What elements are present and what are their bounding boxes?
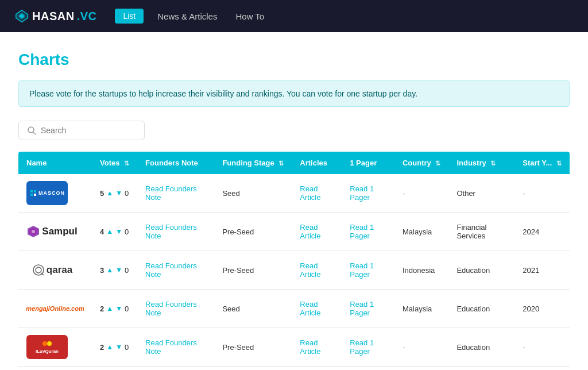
header: HASAN.VC List News & Articles How To (0, 0, 588, 32)
cell-name-3: mengajiOnline.com (18, 290, 92, 328)
search-icon (27, 126, 36, 135)
one-pager-link-0[interactable]: Read 1 Pager (350, 184, 374, 202)
vote-zero-3: 0 (125, 305, 129, 313)
cell-articles-3: Read Article (292, 290, 342, 328)
col-start-year[interactable]: Start Y... ⇅ (514, 152, 570, 174)
vote-count-2: 3 (100, 266, 104, 275)
cell-funding-0: Seed (214, 174, 292, 213)
col-country-label: Country (403, 159, 431, 167)
cell-votes-4: 2 ▲ ▼ 0 (92, 328, 137, 367)
svg-rect-9 (34, 194, 36, 196)
vote-down-2[interactable]: ▼ (115, 266, 122, 274)
cell-name-0: MASCON (18, 174, 92, 213)
svg-rect-6 (30, 190, 33, 192)
founders-note-link-0[interactable]: Read Founders Note (145, 184, 197, 202)
article-link-3[interactable]: Read Article (300, 300, 320, 317)
col-votes-label: Votes (100, 159, 119, 167)
vote-down-3[interactable]: ▼ (115, 305, 122, 313)
logo: HASAN.VC (14, 8, 96, 24)
article-link-4[interactable]: Read Article (300, 338, 320, 356)
article-link-1[interactable]: Read Article (300, 223, 320, 240)
vote-zero-2: 0 (125, 266, 129, 275)
cell-industry-4: Education (448, 328, 514, 367)
col-country[interactable]: Country ⇅ (394, 152, 448, 174)
col-industry[interactable]: Industry ⇅ (448, 152, 514, 174)
cell-industry-1: Financial Services (448, 213, 514, 251)
votes-sort-icon: ⇅ (124, 160, 129, 167)
vote-up-3[interactable]: ▲ (106, 305, 113, 313)
vote-banner: Please vote for the startups to help inc… (18, 80, 570, 107)
cell-votes-3: 2 ▲ ▼ 0 (92, 290, 137, 328)
nav-list-button[interactable]: List (115, 9, 144, 24)
table-row: MASCON 5 ▲ ▼ 0 Read Founders Note Seed R… (18, 174, 570, 213)
cell-start-year-2: 2021 (514, 251, 570, 290)
founders-note-link-4[interactable]: Read Founders Note (145, 338, 197, 356)
svg-line-5 (33, 132, 36, 134)
col-votes[interactable]: Votes ⇅ (92, 152, 137, 174)
vote-up-2[interactable]: ▲ (106, 266, 113, 274)
cell-founders-note-0: Read Founders Note (137, 174, 214, 213)
cell-industry-5: Healthcare (448, 367, 514, 371)
search-container (18, 121, 145, 140)
cell-country-3: Malaysia (394, 290, 448, 328)
logo-vc-text: .VC (77, 10, 97, 23)
cell-founders-note-1: Read Founders Note (137, 213, 214, 251)
cell-one-pager-5: Read 1 Pager (342, 367, 394, 371)
vote-zero-1: 0 (125, 228, 129, 236)
founders-note-link-2[interactable]: Read Founders Note (145, 261, 197, 279)
vote-down-0[interactable]: ▼ (115, 189, 122, 197)
vote-zero-4: 0 (125, 343, 129, 352)
one-pager-link-4[interactable]: Read 1 Pager (350, 338, 374, 356)
nav-news-link[interactable]: News & Articles (153, 11, 222, 21)
cell-country-1: Malaysia (394, 213, 448, 251)
startups-table-container: Name Votes ⇅ Founders Note Funding Stage… (18, 152, 570, 370)
founders-note-link-1[interactable]: Read Founders Note (145, 223, 197, 240)
cell-start-year-1: 2024 (514, 213, 570, 251)
start-year-sort-icon: ⇅ (556, 160, 562, 167)
svg-rect-7 (34, 190, 36, 192)
page-title: Charts (18, 51, 570, 69)
cell-articles-5: Read Article (292, 367, 342, 371)
logo-hasan-text: HASAN (32, 10, 75, 23)
cell-start-year-0: - (514, 174, 570, 213)
col-funding-label: Funding Stage (222, 159, 274, 167)
cell-name-2: qaraa (18, 251, 92, 290)
cell-start-year-4: - (514, 328, 570, 367)
cell-founders-note-2: Read Founders Note (137, 251, 214, 290)
cell-funding-1: Pre-Seed (214, 213, 292, 251)
vote-count-3: 2 (100, 305, 104, 313)
cell-funding-3: Seed (214, 290, 292, 328)
cell-founders-note-3: Read Founders Note (137, 290, 214, 328)
col-one-pager: 1 Pager (342, 152, 394, 174)
one-pager-link-3[interactable]: Read 1 Pager (350, 300, 374, 317)
article-link-0[interactable]: Read Article (300, 184, 320, 202)
cell-votes-2: 3 ▲ ▼ 0 (92, 251, 137, 290)
cell-country-0: - (394, 174, 448, 213)
cell-founders-note-4: Read Founders Note (137, 328, 214, 367)
vote-down-4[interactable]: ▼ (115, 343, 122, 351)
nav-howto-link[interactable]: How To (231, 11, 269, 21)
vote-zero-0: 0 (125, 189, 129, 198)
vote-up-0[interactable]: ▲ (106, 189, 113, 197)
one-pager-link-1[interactable]: Read 1 Pager (350, 223, 374, 240)
logo-icon (14, 8, 30, 24)
country-sort-icon: ⇅ (435, 160, 440, 167)
vote-up-4[interactable]: ▲ (106, 343, 113, 351)
col-funding-stage[interactable]: Funding Stage ⇅ (214, 152, 292, 174)
svg-point-14 (36, 267, 41, 273)
vote-up-1[interactable]: ▲ (106, 228, 113, 236)
cell-articles-2: Read Article (292, 251, 342, 290)
search-input[interactable] (41, 126, 136, 135)
article-link-2[interactable]: Read Article (300, 261, 320, 279)
table-row: Sampul 4 ▲ ▼ 0 Read Founders Note Pre-Se… (18, 213, 570, 251)
table-row: mengajiOnline.com 2 ▲ ▼ 0 Read Founders … (18, 290, 570, 328)
vote-count-4: 2 (100, 343, 104, 352)
col-start-year-label: Start Y... (523, 159, 552, 167)
cell-votes-5: 2 ▲ ▼ 0 (92, 367, 137, 371)
vote-down-1[interactable]: ▼ (115, 228, 122, 236)
startups-table: Name Votes ⇅ Founders Note Funding Stage… (18, 152, 570, 370)
cell-country-5: - (394, 367, 448, 371)
one-pager-link-2[interactable]: Read 1 Pager (350, 261, 374, 279)
founders-note-link-3[interactable]: Read Founders Note (145, 300, 197, 317)
svg-point-17 (47, 341, 52, 346)
